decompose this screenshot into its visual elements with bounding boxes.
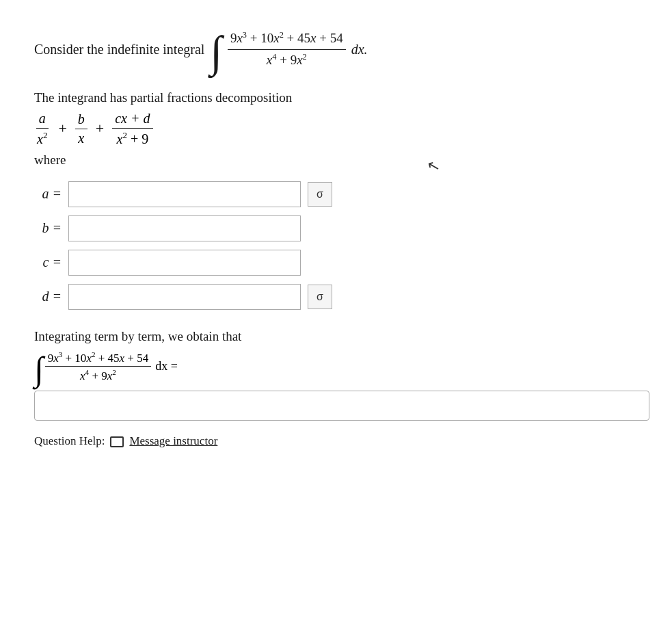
integrating-fraction: 9x3 + 10x2 + 45x + 54 x4 + 9x2	[45, 350, 151, 383]
where-label: where	[34, 153, 638, 168]
partial-frac-expression: a x2 + b x + cx + d x2 + 9	[34, 111, 638, 147]
message-icon	[110, 436, 124, 447]
integrating-den: x4 + 9x2	[77, 367, 119, 383]
plus-2: +	[94, 121, 105, 136]
frac-cd: cx + d x2 + 9	[112, 111, 152, 147]
input-row-c: c =	[34, 250, 638, 276]
input-row-a: a = σ	[34, 181, 638, 207]
main-integral: ∫ 9x3 + 10x2 + 45x + 54 x4 + 9x2 dx.	[210, 27, 367, 71]
frac-cd-num: cx + d	[112, 111, 152, 129]
partial-fractions-title: The integrand has partial fractions deco…	[34, 90, 638, 105]
dx-label: dx.	[351, 40, 368, 59]
b-label: b =	[34, 220, 62, 236]
a-sigma-btn[interactable]: σ	[308, 182, 332, 207]
sigma-icon-a: σ	[317, 188, 323, 200]
d-sigma-btn[interactable]: σ	[308, 285, 332, 309]
frac-cd-den: x2 + 9	[114, 129, 152, 147]
input-row-d: d = σ	[34, 284, 638, 310]
plus-1: +	[57, 121, 68, 136]
final-answer-input[interactable]	[34, 391, 649, 421]
question-help-label: Question Help:	[34, 434, 105, 448]
integral-sign-small: ∫	[34, 352, 44, 386]
main-denominator: x4 + 9x2	[264, 50, 310, 70]
b-input[interactable]	[68, 215, 301, 241]
frac-a-den: x2	[34, 129, 50, 147]
frac-a-num: a	[36, 111, 49, 129]
d-label: d =	[34, 289, 62, 304]
frac-b-den: x	[75, 129, 87, 146]
a-label: a =	[34, 186, 62, 202]
message-instructor-link[interactable]: Message instructor	[129, 434, 217, 448]
frac-a: a x2	[34, 111, 50, 147]
problem-statement: Consider the indefinite integral ∫ 9x3 +…	[34, 27, 638, 71]
partial-fractions-section: The integrand has partial fractions deco…	[34, 90, 638, 168]
message-instructor-label: Message instructor	[129, 434, 217, 448]
integrating-title: Integrating term by term, we obtain that	[34, 329, 638, 344]
c-input[interactable]	[68, 250, 301, 276]
integrating-num: 9x3 + 10x2 + 45x + 54	[45, 350, 151, 367]
integrating-integral: ∫ 9x3 + 10x2 + 45x + 54 x4 + 9x2 dx =	[34, 350, 638, 384]
input-row-b: b =	[34, 215, 638, 241]
equals-dx: dx =	[155, 359, 178, 373]
integral-sign-large: ∫	[210, 30, 222, 74]
frac-b-num: b	[75, 111, 88, 129]
page-container: Consider the indefinite integral ∫ 9x3 +…	[0, 0, 672, 617]
frac-b: b x	[75, 111, 88, 146]
problem-intro-text: Consider the indefinite integral	[34, 40, 204, 59]
question-help-row: Question Help: Message instructor	[34, 434, 638, 448]
sigma-icon-d: σ	[317, 291, 323, 303]
integrating-section: Integrating term by term, we obtain that…	[34, 329, 638, 421]
a-input[interactable]	[68, 181, 301, 207]
main-fraction: 9x3 + 10x2 + 45x + 54 x4 + 9x2	[228, 29, 346, 70]
d-input[interactable]	[68, 284, 301, 310]
main-numerator: 9x3 + 10x2 + 45x + 54	[228, 29, 346, 50]
c-label: c =	[34, 254, 62, 270]
